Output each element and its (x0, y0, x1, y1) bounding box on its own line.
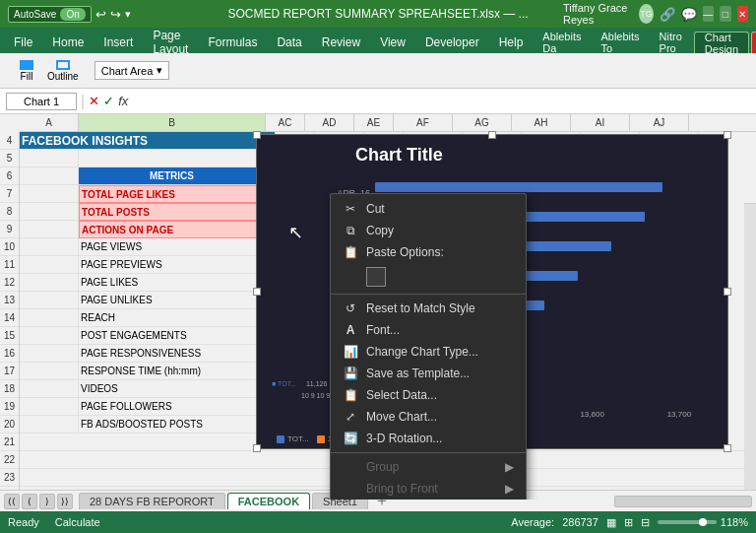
tab-view[interactable]: View (370, 32, 415, 53)
cell-b11[interactable]: PAGE PREVIEWS (79, 256, 266, 274)
name-box[interactable] (6, 93, 77, 110)
ctx-save-template[interactable]: 💾 Save as Template... (331, 363, 526, 384)
status-right: Average: 286737 ▦ ⊞ ⊟ 118% (511, 516, 748, 529)
resize-handle-br[interactable] (724, 444, 731, 452)
cell-b8[interactable]: TOTAL POSTS (79, 203, 266, 221)
axis-num-3: 13,600 (580, 410, 603, 419)
tab-file[interactable]: File (4, 32, 42, 53)
ctx-move-chart-label: Move Chart... (366, 410, 437, 424)
maximize-button[interactable]: □ (720, 6, 730, 22)
row-num-16: 16 (0, 345, 19, 363)
outline-button[interactable]: Outline (41, 58, 85, 84)
sheet-nav-next[interactable]: ⟩ (39, 494, 55, 509)
ribbon-tabs: File Home Insert Page Layout Formulas Da… (0, 28, 756, 53)
cut-icon: ✂ (343, 202, 358, 216)
cell-b13[interactable]: PAGE UNLIKES (79, 292, 266, 309)
page-break-icon[interactable]: ⊟ (641, 516, 650, 529)
cell-b15[interactable]: POST ENGAGEMENTS (79, 327, 266, 345)
ctx-font[interactable]: A Font... (331, 319, 526, 341)
fill-outline-group: Fill Outline (8, 56, 91, 86)
cell-b12[interactable]: PAGE LIKES (79, 274, 266, 292)
share-icon[interactable]: 🔗 (660, 7, 675, 22)
formula-icons: ✕ ✓ fx (89, 94, 128, 108)
tab-insert[interactable]: Insert (94, 32, 143, 53)
horizontal-scrollbar[interactable] (614, 496, 752, 507)
autosave-toggle[interactable]: On (60, 8, 85, 21)
cell-b18[interactable]: VIDEOS (79, 380, 266, 398)
ctx-paste-icons[interactable] (331, 263, 526, 291)
col-header-a: A (20, 114, 79, 131)
col-header-ac: AC (266, 114, 305, 131)
tab-chart-design[interactable]: Chart Design (694, 32, 749, 53)
sheet-nav-prev[interactable]: ⟨ (22, 494, 37, 509)
normal-view-icon[interactable]: ▦ (606, 516, 616, 529)
tab-ablebits-to[interactable]: Ablebits To (591, 32, 649, 53)
cancel-icon[interactable]: ✕ (89, 94, 99, 108)
comments-icon[interactable]: 💬 (681, 7, 697, 22)
undo-icon[interactable]: ↩ (95, 7, 106, 22)
status-average: Average: (511, 516, 554, 528)
ctx-move-chart[interactable]: ⤢ Move Chart... (331, 406, 526, 428)
paste-option-icon[interactable] (366, 267, 386, 287)
page-layout-icon[interactable]: ⊞ (624, 516, 633, 529)
zoom-level[interactable]: 118% (721, 516, 748, 528)
cell-b19[interactable]: PAGE FOLLOWERS (79, 398, 266, 416)
window-title: SOCMED REPORT SUMMARY SPREAHSEET.xlsx — … (193, 7, 563, 21)
cell-b20[interactable]: FB ADS/BOOSTED POSTS (79, 416, 266, 433)
row-num-13: 13 (0, 292, 19, 309)
tab-format[interactable]: Format (751, 32, 756, 53)
ctx-cut[interactable]: ✂ Cut (331, 198, 526, 220)
tab-review[interactable]: Review (312, 32, 370, 53)
cell-b7[interactable]: TOTAL PAGE LIKES (79, 185, 266, 203)
resize-handle-tr[interactable] (724, 131, 731, 139)
vertical-scrollbar[interactable] (744, 203, 756, 499)
tab-developer[interactable]: Developer (415, 32, 489, 53)
ctx-change-chart-type[interactable]: 📊 Change Chart Type... (331, 341, 526, 363)
tab-ablebits-da[interactable]: Ablebits Da (533, 32, 591, 53)
ctx-reset-style[interactable]: ↺ Reset to Match Style (331, 298, 526, 319)
sheet-tab-facebook[interactable]: FACEBOOK (227, 493, 310, 509)
resize-handle-bl[interactable] (253, 444, 261, 452)
tab-nitro-pro[interactable]: Nitro Pro (650, 32, 692, 53)
confirm-icon[interactable]: ✓ (103, 94, 114, 108)
cell-b14[interactable]: REACH (79, 309, 266, 327)
sheet-nav-first[interactable]: ⟨⟨ (4, 494, 20, 509)
minimize-button[interactable]: — (703, 6, 714, 22)
chart-area-dropdown[interactable]: Chart Area ▾ (94, 61, 170, 80)
col-header-af: AF (394, 114, 453, 131)
row-num-22: 22 (0, 451, 19, 469)
col-header-ae: AE (354, 114, 394, 131)
quick-access-more[interactable]: ▾ (125, 8, 131, 21)
resize-handle-right[interactable] (724, 288, 731, 296)
ctx-select-data[interactable]: 📋 Select Data... (331, 384, 526, 406)
resize-handle-tl[interactable] (253, 131, 261, 139)
ctx-reset-label: Reset to Match Style (366, 301, 475, 315)
fill-button[interactable]: Fill (14, 58, 39, 84)
chart-area-label: Chart Area (101, 65, 154, 77)
resize-handle-left[interactable] (253, 288, 261, 296)
tab-data[interactable]: Data (267, 32, 311, 53)
zoom-slider[interactable] (658, 520, 717, 524)
sheet-tab-28days[interactable]: 28 DAYS FB REPORORT (79, 493, 225, 509)
sheet-nav-last[interactable]: ⟩⟩ (57, 494, 73, 509)
cell-b6[interactable]: METRICS (79, 167, 266, 185)
cell-b17[interactable]: RESPONSE TIME (hh:mm) (79, 363, 266, 380)
tab-help[interactable]: Help (489, 32, 534, 53)
row-num-6: 6 (0, 167, 19, 185)
font-icon: A (343, 323, 358, 337)
cell-b16[interactable]: PAGE RESPONSIVENESS (79, 345, 266, 363)
redo-icon[interactable]: ↪ (110, 7, 121, 22)
cell-a8 (20, 203, 79, 221)
ctx-3d-rotation[interactable]: 🔄 3-D Rotation... (331, 428, 526, 449)
cell-b9[interactable]: ACTIONS ON PAGE (79, 221, 266, 238)
tab-home[interactable]: Home (42, 32, 94, 53)
function-icon[interactable]: fx (118, 94, 128, 108)
ctx-chart-type-label: Change Chart Type... (366, 345, 478, 359)
cell-a4[interactable]: FACEBOOK INSIGHTS (20, 132, 276, 150)
close-button[interactable]: ✕ (737, 6, 748, 22)
tab-page-layout[interactable]: Page Layout (143, 32, 198, 53)
tab-formulas[interactable]: Formulas (198, 32, 267, 53)
cell-b10[interactable]: PAGE VIEWS (79, 238, 266, 256)
ctx-copy[interactable]: ⧉ Copy (331, 220, 526, 241)
resize-handle-top[interactable] (488, 131, 496, 139)
